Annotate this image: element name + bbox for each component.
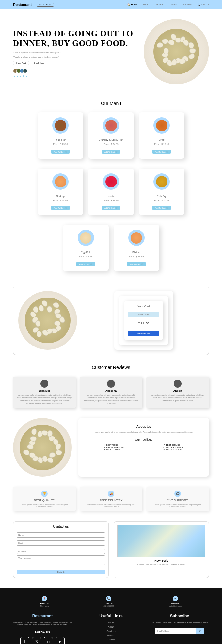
name-input[interactable] <box>17 532 105 538</box>
nav-menu[interactable]: Manu <box>143 3 149 6</box>
checkout-button[interactable]: 0 CHECKOUT <box>37 3 54 7</box>
footer-mail: ✉ Mail Us mail@info.com <box>169 596 182 607</box>
subscribe-button[interactable]: ✈ <box>196 628 204 634</box>
twitter-icon[interactable]: 𝕏 <box>32 637 41 644</box>
subscribe-title: Subscribe <box>150 614 209 618</box>
nav-links: 🏠 Home Manu Contact Location Reviews 📞 C… <box>127 3 209 6</box>
reviews-grid: John Doe Lorem, ipsum dolor sit amet con… <box>0 377 222 408</box>
add-to-cart-button[interactable]: Add To Cart 🛒 <box>102 206 120 210</box>
hero-subtitle-2: "People who love to eat are always the b… <box>13 56 144 58</box>
nav-call[interactable]: 📞 Call US <box>198 3 209 6</box>
nav-location[interactable]: Location <box>168 3 177 6</box>
cart-total: Total : $0 <box>128 322 159 325</box>
about-plate-image <box>13 418 72 477</box>
menu-item-name: Fried Fish <box>41 138 80 141</box>
food-image <box>103 173 119 190</box>
feature-card: 🚚 FREE DELIVERY Lorem ipsum dolor sit am… <box>80 487 142 511</box>
feature-card: 🎧 24/7 SUPPORT Lorem ipsum dolor sit ame… <box>146 487 209 511</box>
menu-card: Shrimp Price : $ 14.99 Add To Cart 🛒 <box>114 225 159 271</box>
feature-icon: 🎧 <box>174 491 181 497</box>
map-city: New-York <box>117 559 206 562</box>
food-image <box>52 117 69 134</box>
add-to-cart-button[interactable]: Add To Cart 🛒 <box>51 206 70 210</box>
email-input[interactable] <box>17 540 105 546</box>
contact-form: Contact us Submit <box>13 521 109 578</box>
footer-brand: Restaurant <box>13 614 72 618</box>
reviewer-avatar <box>174 380 182 388</box>
footer-link[interactable]: Contact <box>82 638 140 641</box>
footer-links-list: HomeAboutServicesPortfolioContact <box>82 621 140 641</box>
footer-link[interactable]: Portfolio <box>82 634 140 636</box>
hero-section: INSTEAD OF GOING OUT TO DINNER, BUY GOOD… <box>0 9 222 94</box>
facilities-title: Our Facilities <box>85 438 202 441</box>
facilities-col-1: BEST PRICEFRESH INGREDIENTPACKED BUNS <box>104 444 126 451</box>
map-box: New-York Address : lorem ipsum dolor sit… <box>114 521 209 578</box>
footer: 📍 Find Us New-York 📞 Call Us +123456789 … <box>0 588 222 644</box>
add-to-cart-button[interactable]: Add To Cart 🛒 <box>76 262 95 266</box>
add-to-cart-button[interactable]: Add To Cart 🛒 <box>152 206 171 210</box>
navbar: Restaurant 0 CHECKOUT 🏠 Home Manu Contac… <box>0 0 222 9</box>
contact-title: Contact us <box>17 525 105 528</box>
menu-item-price: Price : $ 20.99 <box>142 199 181 201</box>
food-image <box>78 230 94 246</box>
menu-item-price: Price : $ 19.99 <box>142 143 181 145</box>
food-image <box>153 173 170 190</box>
cart-section: Your Cart Place Order Total : $0 Make Pa… <box>13 286 209 355</box>
features-grid: 🏆 BEST QUALITY Lorem ipsum dolor sit ame… <box>0 487 222 511</box>
hero-title: INSTEAD OF GOING OUT TO DINNER, BUY GOOD… <box>13 29 144 48</box>
message-input[interactable] <box>17 555 105 565</box>
subscribe-input[interactable] <box>155 628 196 634</box>
reviewer-name: John Doe <box>16 389 72 392</box>
footer-link[interactable]: About <box>82 626 140 628</box>
menu-card: Fried Fish Price : $ 29.99 Add To Cart 🛒 <box>38 112 83 159</box>
feature-card: 🏆 BEST QUALITY Lorem ipsum dolor sit ame… <box>13 487 76 511</box>
reviewer-avatar <box>40 380 48 388</box>
food-image <box>128 230 145 246</box>
footer-find: 📍 Find Us New-York <box>40 596 49 607</box>
map-image[interactable] <box>117 525 206 557</box>
review-text: Lorem, ipsum dolor sit amet consectetur … <box>16 394 72 405</box>
order-food-button[interactable]: Order Food <box>13 61 29 65</box>
feature-title: FREE DELIVERY <box>84 499 138 502</box>
submit-button[interactable]: Submit <box>17 570 105 574</box>
nav-contact[interactable]: Contact <box>155 3 163 6</box>
youtube-icon[interactable]: ▶ <box>56 637 65 644</box>
menu-card: Crab Price : $ 19.99 Add To Cart 🛒 <box>139 112 184 159</box>
menu-item-name: Shrimp <box>41 195 80 198</box>
reviewer-name: Angela <box>150 389 206 392</box>
review-card: Angela Lorem, ipsum dolor sit amet conse… <box>146 377 209 408</box>
add-to-cart-button[interactable]: Add To Cart 🛒 <box>102 150 120 154</box>
facility-item: FRESH INGREDIENT <box>104 446 126 448</box>
nav-home[interactable]: 🏠 Home <box>127 3 137 6</box>
place-order-button[interactable]: Place Order <box>128 312 159 317</box>
mobile-input[interactable] <box>17 549 105 554</box>
feature-text: Lorem ipsum dolor sit amet consectetur a… <box>17 504 72 507</box>
menu-card: Crunchy & Spicy Fish Price : $ 34.99 Add… <box>88 112 134 159</box>
footer-link[interactable]: Home <box>82 621 140 624</box>
follow-title: Follow us <box>13 630 72 634</box>
reviews-section-title: Customer Reviews <box>0 365 222 370</box>
food-image <box>103 117 119 134</box>
make-payment-button[interactable]: Make Payment <box>128 331 159 336</box>
add-to-cart-button[interactable]: Add To Cart 🛒 <box>51 150 70 154</box>
review-text: Lorem, ipsum dolor sit amet consectetur … <box>83 394 139 405</box>
feature-icon: 🏆 <box>41 491 48 497</box>
reviewer-name: Angelina <box>83 389 139 392</box>
add-to-cart-button[interactable]: Add To Cart 🛒 <box>127 262 145 266</box>
feature-title: 24/7 SUPPORT <box>150 499 205 502</box>
menu-item-name: Lobster <box>91 195 131 198</box>
facilities-col-2: BEST SERVICENATURAL CHEESEVEG & NON-VEG <box>163 444 183 451</box>
review-text: Lorem, ipsum dolor sit amet consectetur … <box>150 394 206 402</box>
facility-item: VEG & NON-VEG <box>163 448 183 451</box>
check-menu-button[interactable]: Check Menu <box>31 61 48 65</box>
add-to-cart-button[interactable]: Add To Cart 🛒 <box>152 150 171 154</box>
facility-item: NATURAL CHEESE <box>163 446 183 448</box>
menu-card: Egg Roll Price : $ 3.99 Add To Cart 🛒 <box>63 225 109 271</box>
nav-reviews[interactable]: Reviews <box>183 3 192 6</box>
linkedin-icon[interactable]: in <box>44 637 53 644</box>
facebook-icon[interactable]: f <box>20 637 29 644</box>
feature-text: Lorem ipsum dolor sit amet consectetur a… <box>150 504 205 507</box>
reviewer-avatar <box>107 380 115 388</box>
brand-logo[interactable]: Restaurant <box>13 3 32 7</box>
footer-link[interactable]: Services <box>82 630 140 632</box>
